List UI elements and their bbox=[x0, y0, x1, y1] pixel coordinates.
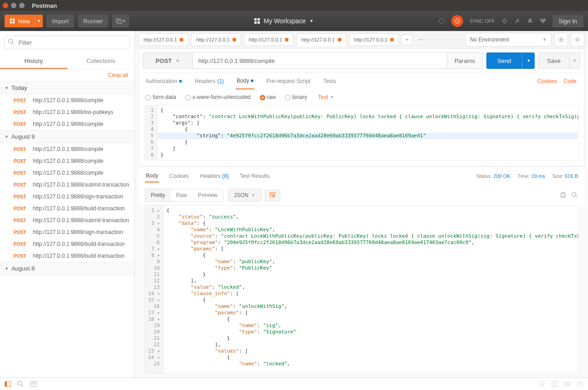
search-icon bbox=[8, 39, 15, 45]
new-dropdown[interactable]: ▼ bbox=[35, 15, 43, 27]
status-bar bbox=[0, 377, 588, 390]
history-item[interactable]: POSThttp://127.0.0.1:9888/compile bbox=[0, 167, 134, 179]
app-toolbar: New ▼ Import Runner ▾ My Workspace ▼ SYN… bbox=[0, 11, 588, 31]
workspace-selector[interactable]: My Workspace ▼ bbox=[133, 17, 435, 25]
svg-point-11 bbox=[9, 39, 13, 43]
wrap-lines-button[interactable] bbox=[265, 190, 280, 201]
window-titlebar: Postman bbox=[0, 0, 588, 11]
open-new-window-button[interactable]: ▾ bbox=[112, 15, 129, 27]
svg-rect-2 bbox=[118, 20, 122, 23]
subtab-tests[interactable]: Tests bbox=[322, 73, 337, 89]
sidebar: History Collections Clear all ▼ TodayPOS… bbox=[0, 31, 135, 377]
sync-icon[interactable] bbox=[451, 15, 463, 27]
console-icon[interactable] bbox=[30, 381, 36, 387]
filter-input[interactable] bbox=[5, 36, 130, 49]
bulb-icon[interactable] bbox=[539, 381, 545, 387]
tab-history[interactable]: History bbox=[0, 54, 67, 69]
twopane-icon[interactable] bbox=[552, 381, 558, 387]
window-maximize-icon[interactable] bbox=[19, 3, 25, 8]
history-item[interactable]: POSThttp://127.0.0.1:9888/sign-transacti… bbox=[0, 226, 134, 238]
response-tabs: Body Cookies Headers (8) Test Results St… bbox=[139, 166, 584, 185]
svg-point-12 bbox=[560, 39, 562, 41]
history-item[interactable]: POSThttp://127.0.0.1:9888/compile bbox=[0, 143, 134, 155]
copy-icon[interactable] bbox=[560, 192, 566, 198]
request-tab[interactable]: http://127.0.0.1 bbox=[244, 33, 294, 46]
capture-icon[interactable] bbox=[438, 18, 445, 24]
svg-rect-18 bbox=[5, 381, 7, 386]
search-response-icon[interactable] bbox=[572, 192, 578, 198]
help-icon[interactable] bbox=[577, 381, 583, 387]
save-dropdown[interactable]: ▼ bbox=[569, 52, 580, 69]
request-tab[interactable]: http://127.0.0.1 bbox=[191, 33, 241, 46]
code-link[interactable]: Code bbox=[563, 78, 577, 84]
subtab-authorization[interactable]: Authorization bbox=[144, 73, 183, 89]
browse-icon[interactable] bbox=[501, 18, 508, 24]
subtab-headers[interactable]: Headers(1) bbox=[194, 73, 225, 89]
view-pretty[interactable]: Pretty bbox=[145, 189, 170, 201]
bodytype-urlencoded[interactable]: x-www-form-urlencoded bbox=[185, 94, 250, 100]
content-area: http://127.0.0.1http://127.0.0.1http://1… bbox=[135, 31, 588, 377]
wrench-icon[interactable] bbox=[514, 18, 521, 24]
new-button[interactable]: New bbox=[5, 15, 35, 27]
env-preview-icon[interactable] bbox=[554, 33, 568, 47]
svg-rect-22 bbox=[565, 382, 570, 385]
find-icon[interactable] bbox=[17, 381, 24, 387]
request-tabs-row: http://127.0.0.1http://127.0.0.1http://1… bbox=[135, 31, 588, 48]
signin-button[interactable]: Sign In bbox=[552, 15, 583, 27]
clear-all-link[interactable]: Clear all bbox=[0, 69, 134, 81]
request-tab[interactable]: http://127.0.0.1 bbox=[296, 33, 346, 46]
params-button[interactable]: Params bbox=[447, 52, 483, 69]
subtab-prerequest[interactable]: Pre-request Script bbox=[265, 73, 311, 89]
runner-button[interactable]: Runner bbox=[78, 15, 108, 27]
bodytype-binary[interactable]: binary bbox=[285, 94, 307, 100]
history-item[interactable]: POSThttp://127.0.0.1:9888/submit-transac… bbox=[0, 179, 134, 191]
view-preview[interactable]: Preview bbox=[192, 189, 223, 201]
svg-rect-5 bbox=[254, 21, 256, 24]
send-button[interactable]: Send bbox=[486, 52, 522, 69]
save-button[interactable]: Save bbox=[538, 52, 569, 69]
history-item[interactable]: POSThttp://127.0.0.1:9888/build-transact… bbox=[0, 238, 134, 250]
history-item[interactable]: POSThttp://127.0.0.1:9888/list-pubkeys bbox=[0, 106, 134, 118]
history-group[interactable]: ▼ Today bbox=[0, 81, 134, 94]
url-input[interactable] bbox=[193, 52, 447, 69]
import-button[interactable]: Import bbox=[46, 15, 74, 27]
response-lang-dropdown[interactable]: JSON▼ bbox=[228, 189, 261, 202]
request-panel: POST ▼ Params Send ▼ Save ▼ Authorizatio… bbox=[139, 48, 584, 166]
bell-icon[interactable] bbox=[527, 18, 533, 24]
tab-menu-button[interactable]: ⋯ bbox=[415, 34, 426, 45]
tab-collections[interactable]: Collections bbox=[67, 54, 135, 69]
bodytype-raw[interactable]: raw bbox=[260, 94, 276, 100]
heart-icon[interactable] bbox=[540, 18, 546, 24]
keyboard-icon[interactable] bbox=[564, 381, 571, 387]
method-dropdown[interactable]: POST ▼ bbox=[143, 52, 193, 69]
body-mode-dropdown[interactable]: Text ▼ bbox=[318, 94, 334, 100]
history-item[interactable]: POSThttp://127.0.0.1:9888/build-transact… bbox=[0, 250, 134, 262]
resp-tab-headers[interactable]: Headers (8) bbox=[199, 170, 230, 182]
sidebar-toggle-icon[interactable] bbox=[5, 381, 11, 387]
add-tab-button[interactable]: + bbox=[402, 34, 413, 45]
resp-tab-cookies[interactable]: Cookies bbox=[168, 170, 190, 182]
env-settings-icon[interactable] bbox=[571, 33, 584, 47]
view-raw[interactable]: Raw bbox=[170, 189, 192, 201]
history-item[interactable]: POSThttp://127.0.0.1:9888/compile bbox=[0, 118, 134, 130]
history-item[interactable]: POSThttp://127.0.0.1:9888/compile bbox=[0, 94, 134, 106]
request-tab[interactable]: http://127.0.0.1 bbox=[349, 33, 399, 46]
resp-tab-tests[interactable]: Test Results bbox=[239, 170, 270, 182]
subtab-body[interactable]: Body bbox=[236, 73, 254, 89]
history-item[interactable]: POSThttp://127.0.0.1:9888/sign-transacti… bbox=[0, 191, 134, 203]
request-body-editor[interactable]: 12345678 { "contract": "contract LockWit… bbox=[144, 105, 578, 161]
history-item[interactable]: POSThttp://127.0.0.1:9888/build-transact… bbox=[0, 203, 134, 214]
history-group[interactable]: ▼ August 9 bbox=[0, 130, 134, 143]
history-group[interactable]: ▼ August 8 bbox=[0, 262, 134, 275]
resp-tab-body[interactable]: Body bbox=[145, 170, 159, 182]
environment-select[interactable]: No Environment ▼ bbox=[465, 33, 552, 47]
cookies-link[interactable]: Cookies bbox=[537, 78, 557, 84]
send-dropdown[interactable]: ▼ bbox=[522, 52, 535, 69]
request-tab[interactable]: http://127.0.0.1 bbox=[139, 33, 188, 46]
window-close-icon[interactable] bbox=[3, 3, 8, 8]
history-item[interactable]: POSThttp://127.0.0.1:9888/compile bbox=[0, 155, 134, 167]
bodytype-form[interactable]: form-data bbox=[145, 94, 176, 100]
response-body-viewer[interactable]: 1 ▾2 3 ▾4 5 6 7 ▾8 ▾9 10 11 12 13 14 ▾15… bbox=[144, 205, 579, 374]
history-item[interactable]: POSThttp://127.0.0.1:9888/submit-transac… bbox=[0, 214, 134, 226]
window-minimize-icon[interactable] bbox=[11, 3, 16, 8]
